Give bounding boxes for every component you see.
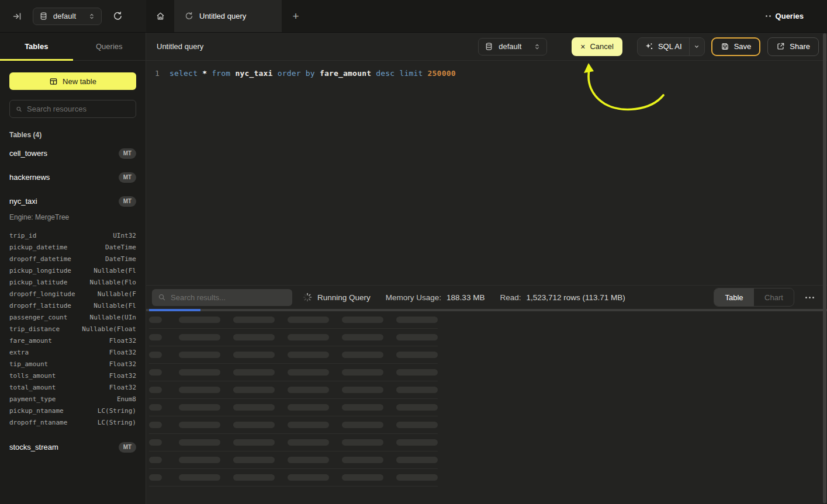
column-row[interactable]: tolls_amountFloat32: [9, 370, 136, 381]
new-table-button[interactable]: New table: [9, 72, 136, 90]
column-row[interactable]: pickup_longitudeNullable(Fl: [9, 265, 136, 276]
memory-usage-stat: Memory Usage: 188.33 MB: [386, 293, 485, 302]
home-icon: [155, 11, 165, 21]
results-search-input[interactable]: [171, 293, 286, 302]
column-type: LC(String): [98, 419, 136, 426]
column-row[interactable]: fare_amountFloat32: [9, 335, 136, 346]
sql-token: fare_amount: [320, 69, 371, 78]
skeleton-cell: [233, 457, 275, 463]
query-header: Untitled query default × Cancel: [146, 33, 827, 61]
toggle-table[interactable]: Table: [714, 289, 754, 306]
skeleton-cell: [396, 474, 438, 481]
column-row[interactable]: dropoff_ntanameLC(String): [9, 416, 136, 428]
sidebar-tab-queries[interactable]: Queries: [73, 33, 146, 60]
ellipsis-icon: [805, 297, 807, 298]
database-selector[interactable]: default: [33, 8, 102, 25]
column-row[interactable]: dropoff_datetimeDateTime: [9, 253, 136, 265]
column-type: Float32: [109, 337, 136, 345]
tab-strip: Untitled query +: [146, 0, 766, 32]
refresh-icon: [113, 11, 123, 21]
column-row[interactable]: total_amountFloat32: [9, 381, 136, 393]
new-tab-button[interactable]: +: [282, 0, 310, 32]
column-row[interactable]: passenger_countNullable(UIn: [9, 311, 136, 323]
engine-badge: MT: [119, 196, 136, 207]
home-tab[interactable]: [146, 0, 174, 32]
refresh-button[interactable]: [110, 9, 125, 24]
skeleton-row: [149, 416, 438, 434]
column-name: payment_type: [9, 395, 56, 403]
sql-token: limit: [399, 69, 423, 78]
scrollbar[interactable]: [823, 33, 826, 503]
column-row[interactable]: tip_amountFloat32: [9, 358, 136, 370]
cancel-button[interactable]: × Cancel: [572, 37, 622, 56]
column-row[interactable]: trip_distanceNullable(Float: [9, 323, 136, 335]
queries-link-label: Queries: [776, 12, 804, 20]
skeleton-cell: [396, 352, 438, 358]
more-options-button[interactable]: [802, 290, 816, 304]
column-row[interactable]: pickup_datetimeDateTime: [9, 241, 136, 253]
sql-ai-dropdown-button[interactable]: [689, 38, 704, 55]
skeleton-cell: [396, 387, 438, 393]
column-type: Float32: [109, 360, 136, 368]
column-row[interactable]: dropoff_longitudeNullable(F: [9, 288, 136, 300]
skeleton-row: [149, 311, 438, 329]
skeleton-cell: [233, 474, 275, 481]
collapse-sidebar-icon: [12, 12, 22, 21]
engine-badge: MT: [119, 442, 136, 453]
sql-token: nyc_taxi: [235, 69, 272, 78]
table-item-hackernews[interactable]: hackernews MT: [9, 168, 136, 187]
skeleton-cell: [288, 404, 329, 411]
sidebar-tabs: Tables Queries: [0, 33, 146, 61]
sql-token: [423, 69, 428, 78]
column-name: dropoff_ntaname: [9, 419, 67, 426]
code-line: 1 select * from nyc_taxi order by fare_a…: [155, 69, 827, 78]
column-type: Nullable(Flo: [90, 279, 136, 286]
column-row[interactable]: extraFloat32: [9, 346, 136, 358]
skeleton-cell: [288, 317, 329, 323]
save-button[interactable]: Save: [711, 37, 761, 56]
sql-token: [198, 69, 202, 78]
tab-untitled-query[interactable]: Untitled query: [174, 0, 282, 32]
sql-editor[interactable]: 1 select * from nyc_taxi order by fare_a…: [146, 61, 827, 285]
save-label: Save: [734, 42, 752, 51]
resource-search-input[interactable]: [27, 105, 130, 113]
new-table-label: New table: [63, 77, 96, 86]
query-database-selector[interactable]: default: [478, 38, 547, 55]
column-type: Nullable(Float: [82, 325, 136, 333]
database-selector-value: default: [53, 12, 76, 20]
column-type: Nullable(Fl: [94, 267, 136, 274]
query-title: Untitled query: [157, 42, 203, 51]
collapse-sidebar-button[interactable]: [9, 9, 25, 24]
column-row[interactable]: pickup_ntanameLC(String): [9, 405, 136, 416]
toggle-chart[interactable]: Chart: [754, 289, 794, 306]
skeleton-cell: [149, 422, 162, 428]
queries-link[interactable]: Queries: [766, 12, 804, 20]
table-item-cell-towers[interactable]: cell_towers MT: [9, 144, 136, 163]
skeleton-cell: [149, 439, 162, 446]
chevron-down-icon: [693, 43, 700, 50]
topbar-sidebar-section: default: [0, 0, 146, 32]
column-row[interactable]: pickup_latitudeNullable(Flo: [9, 276, 136, 288]
skeleton-cell: [179, 422, 220, 428]
skeleton-cell: [342, 422, 383, 428]
skeleton-cell: [342, 369, 383, 376]
column-type: Float32: [109, 349, 136, 356]
sql-token: [315, 69, 320, 78]
skeleton-cell: [288, 387, 329, 393]
share-button[interactable]: Share: [767, 37, 819, 56]
table-item-stocks-stream[interactable]: stocks_stream MT: [9, 437, 136, 457]
column-type: Nullable(UIn: [90, 314, 136, 321]
column-type: Float32: [109, 372, 136, 380]
column-row[interactable]: payment_typeEnum8: [9, 393, 136, 405]
tables-section-label: Tables (4): [9, 131, 136, 139]
table-item-nyc-taxi[interactable]: nyc_taxi MT: [9, 192, 136, 211]
table-name: stocks_stream: [9, 443, 58, 451]
column-row[interactable]: trip_idUInt32: [9, 230, 136, 241]
query-database-value: default: [499, 42, 521, 51]
column-row[interactable]: dropoff_latitudeNullable(Fl: [9, 300, 136, 311]
sidebar-tab-tables[interactable]: Tables: [0, 33, 73, 60]
sql-ai-button[interactable]: SQL AI: [638, 38, 689, 55]
table-name: cell_towers: [9, 149, 47, 158]
read-stat: Read: 1,523,712 rows (113.71 MB): [500, 293, 625, 302]
column-name: tolls_amount: [9, 372, 56, 380]
